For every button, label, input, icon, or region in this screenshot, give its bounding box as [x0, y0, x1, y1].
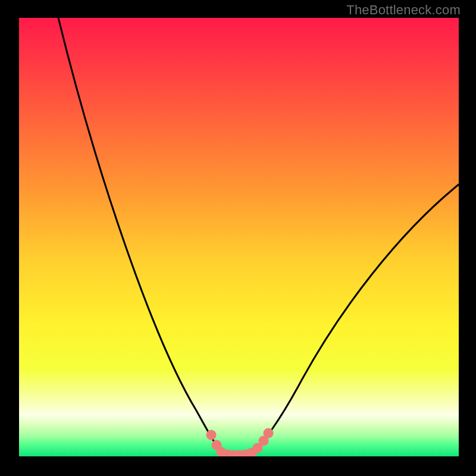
optimal-dot	[264, 428, 274, 439]
optimal-dot	[206, 430, 217, 440]
gradient-background	[19, 18, 459, 456]
watermark-text: TheBottleneck.com	[346, 2, 461, 18]
bottleneck-chart-svg	[19, 18, 459, 456]
plot-area	[19, 18, 459, 456]
chart-frame	[19, 18, 459, 456]
